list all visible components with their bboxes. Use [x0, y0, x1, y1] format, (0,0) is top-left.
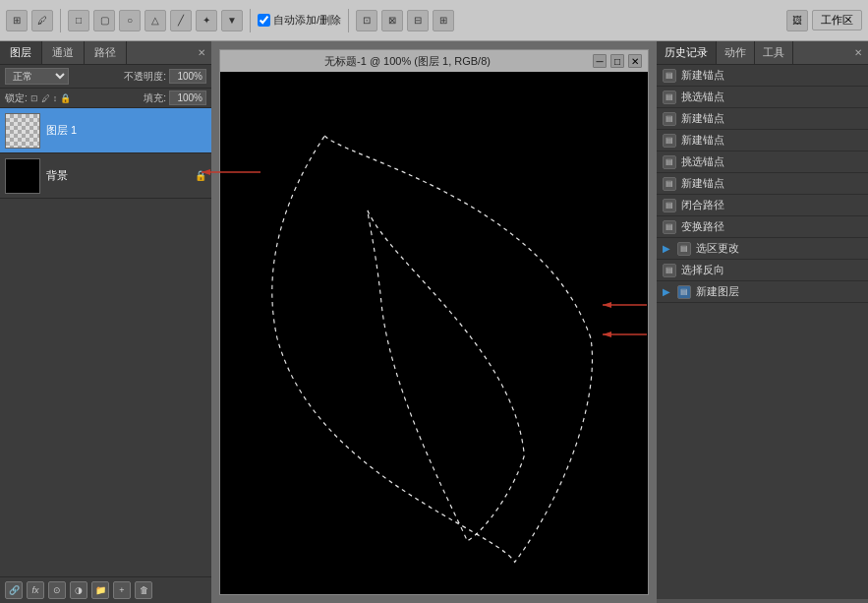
window-minimize[interactable]: ─ — [593, 54, 607, 68]
history-item-icon-6: ▤ — [663, 199, 676, 212]
tab-channels[interactable]: 通道 — [42, 41, 85, 64]
tab-actions[interactable]: 动作 — [717, 41, 755, 64]
opacity-input[interactable] — [169, 69, 206, 84]
toolbar-icon-5[interactable]: ⊡ — [356, 10, 377, 31]
history-item-icon-5: ▤ — [663, 177, 676, 191]
new-layer-icon[interactable]: + — [113, 581, 131, 599]
history-item-icon-10: ▤ — [677, 285, 691, 299]
toolbar-icon-img[interactable]: 🖼 — [786, 10, 808, 31]
main-canvas-area: 无标题-1 @ 100% (图层 1, RGB/8) ─ □ ✕ — [211, 41, 657, 603]
opacity-label: 不透明度: — [124, 70, 166, 84]
history-item-icon-3: ▤ — [663, 134, 676, 148]
workspace-button[interactable]: 工作区 — [812, 10, 862, 30]
toolbar-icon-ellipse[interactable]: ○ — [119, 10, 141, 31]
lock-icon-4[interactable]: 🔒 — [60, 93, 71, 103]
layer1-name: 图层 1 — [46, 123, 206, 138]
fx-icon[interactable]: fx — [27, 581, 44, 599]
auto-add-checkbox[interactable] — [258, 14, 270, 27]
adjustment-icon[interactable]: ◑ — [70, 581, 87, 599]
tab-tools[interactable]: 工具 — [755, 41, 793, 64]
toolbar-icon-arrow[interactable]: ▼ — [221, 10, 243, 31]
history-item-label-10: 新建图层 — [696, 284, 739, 299]
toolbar-icon-custom[interactable]: ✦ — [196, 10, 217, 31]
history-item-7[interactable]: ▤变换路径 — [657, 216, 868, 238]
toolbar-icon-8[interactable]: ⊞ — [433, 10, 454, 31]
history-item-label-3: 新建锚点 — [681, 133, 724, 148]
canvas-path-svg — [220, 72, 648, 594]
lock-icon-1[interactable]: ⊡ — [30, 93, 38, 103]
canvas-title: 无标题-1 @ 100% (图层 1, RGB/8) — [226, 54, 589, 69]
history-item-3[interactable]: ▤新建锚点 — [657, 130, 868, 151]
right-panel-close[interactable]: ✕ — [848, 45, 868, 60]
right-panel: 历史记录 动作 工具 ✕ ▤新建锚点▤挑选锚点▤新建锚点▤新建锚点▤挑选锚点▤新… — [657, 41, 868, 603]
history-item-1[interactable]: ▤挑选锚点 — [657, 87, 868, 108]
history-item-label-9: 选择反向 — [681, 263, 724, 277]
history-item-icon-4: ▤ — [663, 155, 676, 169]
history-item-icon-1: ▤ — [663, 90, 676, 104]
canvas-titlebar: 无标题-1 @ 100% (图层 1, RGB/8) ─ □ ✕ — [220, 50, 648, 72]
blend-opacity-row: 正常 不透明度: — [0, 65, 211, 89]
history-item-icon-9: ▤ — [663, 264, 676, 277]
left-panel: 图层 通道 路径 ✕ 正常 不透明度: 锁定: ⊡ 🖊 ↕ 🔒 填充: 图层 1 — [0, 41, 211, 603]
toolbar-icon-2[interactable]: 🖊 — [31, 10, 53, 31]
window-restore[interactable]: □ — [610, 54, 624, 68]
tab-paths[interactable]: 路径 — [85, 41, 127, 64]
background-lock: 🔒 — [195, 170, 206, 181]
blend-mode-select[interactable]: 正常 — [5, 68, 69, 85]
toolbar-icon-1[interactable]: ⊞ — [6, 10, 28, 31]
toolbar-separator-2 — [250, 9, 251, 32]
top-toolbar: ⊞ 🖊 □ ▢ ○ △ ╱ ✦ ▼ 自动添加/删除 ⊡ ⊠ ⊟ ⊞ 🖼 工作区 — [0, 0, 868, 41]
history-item-4[interactable]: ▤挑选锚点 — [657, 151, 868, 173]
canvas-content — [220, 72, 648, 594]
history-item-0[interactable]: ▤新建锚点 — [657, 65, 868, 87]
panel-bottom-icons: 🔗 fx ⊙ ◑ 📁 + 🗑 — [0, 576, 211, 603]
fill-input[interactable] — [169, 90, 206, 105]
history-item-label-2: 新建锚点 — [681, 111, 724, 126]
history-item-8[interactable]: ▶▤选区更改 — [657, 238, 868, 260]
history-item-9[interactable]: ▤选择反向 — [657, 260, 868, 281]
tab-layers[interactable]: 图层 — [0, 41, 42, 64]
toolbar-right: 🖼 工作区 — [786, 10, 862, 31]
lock-fill-row: 锁定: ⊡ 🖊 ↕ 🔒 填充: — [0, 89, 211, 108]
toolbar-icon-6[interactable]: ⊠ — [381, 10, 403, 31]
history-item-arrow-10: ▶ — [663, 286, 670, 297]
panel-resize-handle[interactable] — [657, 599, 868, 603]
toolbar-icon-polygon[interactable]: △ — [145, 10, 166, 31]
tab-history[interactable]: 历史记录 — [657, 41, 717, 64]
layer1-thumbnail — [5, 113, 40, 149]
history-item-icon-2: ▤ — [663, 112, 676, 126]
toolbar-icon-7[interactable]: ⊟ — [407, 10, 429, 31]
lock-label: 锁定: — [5, 91, 28, 105]
history-item-label-8: 选区更改 — [696, 241, 739, 256]
mask-icon[interactable]: ⊙ — [48, 581, 66, 599]
fill-label: 填充: — [144, 91, 166, 105]
lock-icon-3[interactable]: ↕ — [53, 93, 58, 103]
history-item-10[interactable]: ▶▤新建图层 — [657, 281, 868, 303]
history-item-arrow-8: ▶ — [663, 243, 670, 254]
panel-close[interactable]: ✕ — [192, 45, 211, 60]
lock-icon-2[interactable]: 🖊 — [41, 93, 50, 103]
background-name: 背景 — [46, 168, 195, 183]
delete-layer-icon[interactable]: 🗑 — [135, 581, 152, 599]
toolbar-icon-rect[interactable]: □ — [68, 10, 89, 31]
toolbar-icon-line[interactable]: ╱ — [170, 10, 192, 31]
link-layers-icon[interactable]: 🔗 — [5, 581, 23, 599]
history-item-icon-8: ▤ — [677, 242, 691, 256]
history-item-5[interactable]: ▤新建锚点 — [657, 173, 868, 195]
window-close[interactable]: ✕ — [628, 54, 642, 68]
group-icon[interactable]: 📁 — [91, 581, 109, 599]
history-item-icon-7: ▤ — [663, 220, 676, 234]
history-item-label-1: 挑选锚点 — [681, 90, 724, 104]
history-item-label-5: 新建锚点 — [681, 176, 724, 191]
panel-tabs: 图层 通道 路径 ✕ — [0, 41, 211, 65]
fill-control: 填充: — [144, 90, 206, 105]
layer-item-background[interactable]: 背景 🔒 — [0, 153, 211, 199]
history-item-2[interactable]: ▤新建锚点 — [657, 108, 868, 130]
history-item-6[interactable]: ▤闭合路径 — [657, 195, 868, 216]
history-item-label-0: 新建锚点 — [681, 68, 724, 83]
layer-item-layer1[interactable]: 图层 1 — [0, 108, 211, 153]
auto-add-label[interactable]: 自动添加/删除 — [258, 13, 341, 28]
background-thumbnail — [5, 158, 40, 194]
history-item-label-4: 挑选锚点 — [681, 154, 724, 169]
toolbar-icon-rounded[interactable]: ▢ — [93, 10, 115, 31]
